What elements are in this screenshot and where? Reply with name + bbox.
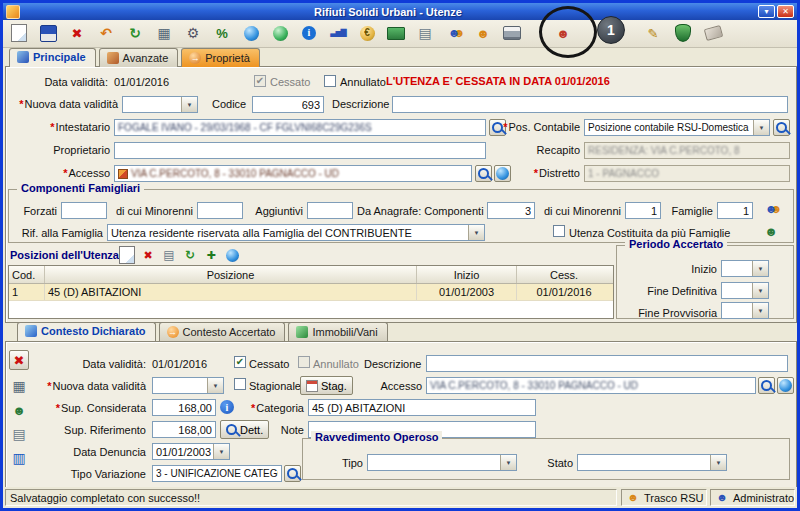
famiglie-field[interactable]: 1 [717, 202, 753, 219]
refresh-button[interactable]: ↻ [123, 21, 147, 45]
keypad-button[interactable]: ▦ [152, 21, 176, 45]
new-position-button[interactable] [118, 246, 136, 264]
delete-position-button[interactable]: ✖ [139, 246, 157, 264]
chevron-down-icon[interactable]: ▼ [752, 283, 768, 298]
shield-button[interactable] [671, 21, 695, 45]
delete-context-button[interactable]: ✖ [9, 350, 29, 370]
chevron-down-icon[interactable]: ▼ [710, 455, 726, 470]
data-denuncia-combo[interactable]: 01/01/2003▼ [152, 443, 230, 460]
grid-context-button[interactable]: ▦ [9, 376, 29, 396]
tab-immobili-vani[interactable]: Immobili/Vani [288, 322, 387, 341]
banknote-button[interactable] [384, 21, 408, 45]
stagionale-checkbox[interactable] [234, 378, 246, 390]
sup-considerata-field[interactable]: 168,00 [152, 399, 216, 416]
new-document-button[interactable] [7, 21, 31, 45]
info-button[interactable]: i [297, 21, 321, 45]
euro-button[interactable]: € [355, 21, 379, 45]
accesso-field[interactable]: VIA C.PERCOTO, 8 - 33010 PAGNACCO - UD [114, 165, 472, 182]
codice-field[interactable]: 693 [252, 96, 324, 113]
add-position-button[interactable]: ✚ [202, 246, 220, 264]
tab-proprieta[interactable]: →Proprietà [181, 48, 260, 67]
stag-button[interactable]: Stag. [300, 376, 353, 395]
tab-principale[interactable]: Principale [9, 48, 96, 67]
copy-position-button[interactable]: ▤ [160, 246, 178, 264]
person-context-button[interactable]: ☻ [9, 400, 29, 420]
ctx-accesso-search-button[interactable] [758, 377, 775, 394]
ctx-cessato-checkbox[interactable]: ✔ [234, 356, 246, 368]
refresh-icon: ↻ [128, 24, 142, 42]
piu-famiglie-checkbox[interactable] [553, 225, 565, 237]
save-button[interactable] [36, 21, 60, 45]
nuova-data-combo[interactable]: ▼ [122, 96, 198, 113]
proprietario-field[interactable] [114, 142, 486, 159]
ctx-data-validita-value: 01/01/2016 [152, 358, 207, 370]
ravvedimento-tipo-combo[interactable]: ▼ [367, 454, 517, 471]
ctx-descrizione-field[interactable] [426, 355, 788, 372]
print-button[interactable] [500, 21, 524, 45]
categoria-field[interactable]: 45 (D) ABITAZIONI [308, 399, 536, 416]
componenti-famigliari-title: Componenti Famigliari [17, 182, 144, 194]
ravvedimento-stato-combo[interactable]: ▼ [577, 454, 727, 471]
settings-button[interactable]: ⚙ [181, 21, 205, 45]
eraser-button[interactable] [701, 21, 725, 45]
book-context-button[interactable]: ▥ [9, 448, 29, 468]
edit-note-button[interactable]: ✎ [641, 21, 665, 45]
anagrafe-componenti-field[interactable]: 3 [487, 202, 535, 219]
globe-green-button[interactable] [268, 21, 292, 45]
componenti-famigliari-group: Componenti Famigliari Forzati di cui Min… [8, 189, 794, 243]
ravvedimento-stato-label: Stato [529, 457, 573, 469]
chevron-down-icon[interactable]: ▼ [752, 303, 768, 318]
pos-contabile-search-button[interactable] [773, 119, 790, 136]
intestatario-field[interactable]: FOGALE IVANO - 29/03/1968 - CF FGLVNI68C… [114, 119, 486, 136]
tipo-variazione-field[interactable]: 3 - UNIFICAZIONE CATEGORI [152, 465, 282, 482]
people-button[interactable]: ☻ [442, 21, 466, 45]
ctx-nuova-data-combo[interactable]: ▼ [152, 377, 224, 394]
close-button[interactable]: ✕ [777, 5, 794, 18]
ctx-accesso-map-button[interactable] [777, 377, 794, 394]
minorenni-field[interactable] [197, 202, 243, 219]
chart-button[interactable]: ▃▅▇ [326, 21, 350, 45]
percent-button[interactable]: % [210, 21, 234, 45]
sup-riferimento-field[interactable]: 168,00 [152, 421, 216, 438]
undo-button[interactable]: ↶ [94, 21, 118, 45]
famiglia-add-button[interactable]: ☻ [761, 221, 781, 241]
fine-provvisoria-combo[interactable]: ▼ [721, 302, 769, 319]
ctx-accesso-field[interactable]: VIA C.PERCOTO, 8 - 33010 PAGNACCO - UD [426, 377, 756, 394]
rif-famiglia-combo[interactable]: Utenza residente riservata alla Famiglia… [107, 224, 485, 241]
cessato-checkbox[interactable]: ✔ [254, 75, 266, 87]
forzati-field[interactable] [61, 202, 107, 219]
ctx-annullato-checkbox[interactable] [298, 356, 310, 368]
chevron-down-icon[interactable]: ▼ [468, 225, 484, 240]
map-position-button[interactable] [223, 246, 241, 264]
user-alert-button[interactable]: ☻ [551, 21, 575, 45]
person-button[interactable]: ☻ [471, 21, 495, 45]
anagrafe-minorenni-field[interactable]: 1 [625, 202, 661, 219]
chevron-down-icon[interactable]: ▼ [753, 120, 769, 135]
chevron-down-icon[interactable]: ▼ [207, 378, 223, 393]
tab-avanzate[interactable]: Avanzate [99, 48, 179, 67]
info-icon[interactable]: i [220, 400, 234, 414]
fine-definitiva-combo[interactable]: ▼ [721, 282, 769, 299]
table-row[interactable]: 1 45 (D) ABITAZIONI 01/01/2003 01/01/201… [9, 284, 613, 301]
tab-contesto-accertato[interactable]: →Contesto Accertato [159, 322, 286, 341]
chevron-down-icon[interactable]: ▼ [500, 455, 516, 470]
periodo-inizio-combo[interactable]: ▼ [721, 260, 769, 277]
famiglie-detail-button[interactable]: ☻ [761, 199, 781, 219]
tab-contesto-dichiarato[interactable]: Contesto Dichiarato [17, 322, 156, 341]
chevron-down-icon[interactable]: ▼ [181, 97, 197, 112]
dett-button[interactable]: Dett. [220, 420, 269, 439]
documents-button[interactable]: ▤ [413, 21, 437, 45]
tipo-variazione-search-button[interactable] [284, 465, 301, 482]
refresh-position-button[interactable]: ↻ [181, 246, 199, 264]
chevron-down-icon[interactable]: ▼ [213, 444, 229, 459]
pos-contabile-combo[interactable]: Posizione contabile RSU-Domestica▼ [584, 119, 770, 136]
accesso-search-button[interactable] [475, 165, 492, 182]
delete-button[interactable]: ✖ [65, 21, 89, 45]
minimize-button[interactable]: ▾ [758, 5, 775, 18]
globe-button[interactable] [239, 21, 263, 45]
descrizione-field[interactable] [392, 96, 788, 113]
sheet-context-button[interactable]: ▤ [9, 424, 29, 444]
chevron-down-icon[interactable]: ▼ [752, 261, 768, 276]
aggiuntivi-field[interactable] [307, 202, 353, 219]
annullato-checkbox[interactable] [324, 75, 336, 87]
